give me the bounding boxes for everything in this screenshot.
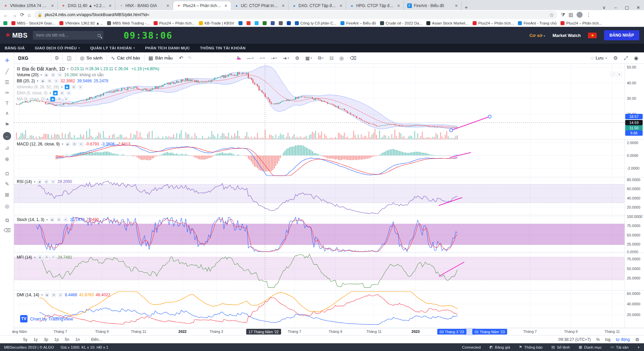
bookmark-item[interactable] [238, 21, 243, 25]
market-watch-link[interactable]: Market Watch [552, 33, 581, 38]
eye-icon[interactable]: ◉ [50, 97, 55, 101]
tab-close-icon[interactable]: ✕ [108, 4, 112, 8]
profile-avatar[interactable] [577, 12, 583, 18]
extend-line-icon[interactable]: ⇢▾ [268, 55, 280, 61]
bookmark-item[interactable]: FireAnt – Biểu đồ [340, 21, 376, 25]
status-item-portfolio[interactable]: ▦Danh mục [579, 345, 602, 349]
browser-tab[interactable]: ✶DXG 11.60 ▲ +2.20%✕ [58, 1, 115, 10]
pane-rsi[interactable] [14, 177, 625, 215]
percent-scale-button[interactable]: % [596, 337, 600, 342]
maximize-pane-icon[interactable]: ⤢ [610, 72, 615, 77]
fullscreen-button[interactable]: ⤢ [622, 52, 630, 64]
snapshot-button[interactable]: ◉ [632, 52, 641, 64]
lock-drawings-icon[interactable]: ⊡ [327, 55, 337, 61]
forward-icon[interactable]: → [12, 12, 17, 18]
pane-separator[interactable] [14, 215, 644, 215]
status-item-order-book[interactable]: ▤Sổ lệnh [551, 345, 570, 349]
home-icon[interactable]: ⌂ [28, 12, 31, 18]
eye-icon[interactable]: ◉ [65, 85, 69, 89]
remove-icon[interactable]: ✕ [54, 79, 59, 83]
pane-separator[interactable] [14, 253, 644, 253]
settings-icon[interactable]: ⚙ [44, 179, 49, 184]
bookmark-item[interactable]: MBS - Stock24 Giao... [11, 21, 55, 25]
bookmark-item[interactable] [3, 21, 7, 25]
legend-collapse-icon[interactable]: ⊟ [17, 67, 20, 71]
symbol-title[interactable]: Địa ốc Đất Xanh, 1D [22, 66, 65, 72]
back-icon[interactable]: ← [3, 12, 8, 18]
nav-item-b-ng-gi-[interactable]: BẢNG GIÁ [5, 46, 25, 50]
tradingview-attribution[interactable]: TVChart by TradingView [20, 315, 73, 322]
eye-icon[interactable]: ◉ [37, 179, 42, 184]
remove-icon[interactable]: ✕ [51, 255, 56, 260]
pane-mfi[interactable] [14, 253, 625, 290]
settings-icon[interactable]: ⚙ [57, 97, 62, 101]
bookmark-item[interactable] [247, 21, 251, 25]
hide-drawings-icon[interactable]: ◎ [336, 55, 346, 61]
remove-icon[interactable]: ✕ [64, 97, 68, 101]
bookmark-item[interactable]: Crude oil - 2022 Da... [380, 21, 422, 25]
side-panel-icon[interactable]: ▥ [569, 12, 573, 18]
delete-drawing-icon[interactable]: ⌫ [347, 55, 360, 61]
eye-icon[interactable]: ◉ [53, 91, 58, 95]
browser-tab[interactable]: ◔HNX - BANG GIA✕ [115, 1, 173, 10]
eye-icon[interactable]: ◉ [44, 73, 49, 77]
login-button[interactable]: ĐĂNG NHẬP [604, 30, 639, 40]
drawing-settings-icon[interactable]: ⚙ [292, 55, 303, 61]
eye-icon[interactable]: ◉ [38, 255, 42, 260]
settings-icon[interactable]: ⚙ [47, 79, 52, 83]
chart-style-button[interactable]: ◫ [63, 52, 75, 64]
browser-tab[interactable]: ✶VNIndex 1054.74 ▼ -0.70%✕ [0, 1, 58, 10]
bookmark-item[interactable]: MBS Web Trading -... [107, 21, 150, 25]
bookmark-item[interactable]: Plus24 – Phân tích... [154, 21, 195, 25]
browser-tab[interactable]: ✶Plus24 – Phân tích kỹ thuật✕ [173, 1, 231, 10]
browser-tab[interactable]: ●IJC: CTCP Phát triển Hạ tầng Kỹ t✕ [231, 1, 288, 10]
compare-button[interactable]: ◎So sánh [76, 52, 107, 64]
settings-icon[interactable]: ⚙ [51, 73, 55, 77]
eye-icon[interactable]: ◉ [45, 293, 49, 297]
line-style-icon[interactable]: —▾ [244, 55, 257, 61]
bookmark-item[interactable]: Asian Stock Market... [426, 21, 469, 25]
symbol-search-input[interactable] [36, 33, 95, 38]
indicator-legend-row[interactable]: EMA (5, close, 0)▾◉⚙✕ [17, 90, 159, 96]
footer-settings-icon[interactable]: ⚙ [635, 337, 639, 342]
bookmark-item[interactable] [279, 21, 283, 25]
tab-close-icon[interactable]: ✕ [281, 4, 285, 8]
settings-icon[interactable]: ⚙ [71, 85, 76, 89]
settings-icon[interactable]: ⚙ [51, 293, 56, 297]
remove-icon[interactable]: ✕ [66, 91, 71, 95]
remove-icon[interactable]: ✕ [79, 142, 84, 146]
dashed-line-icon[interactable]: ╌▾ [257, 55, 268, 61]
settings-icon[interactable]: ⚙ [57, 217, 61, 222]
indicator-legend-row[interactable]: MFI (14)▾◉⚙✕24.7481 [17, 254, 72, 260]
range-button-1p[interactable]: 1p [51, 337, 62, 342]
vietnam-flag-icon[interactable]: ★ [588, 33, 597, 38]
nav-item-th-ng-tin-t-i-kho-n[interactable]: THÔNG TIN TÀI KHOẢN [200, 46, 246, 50]
settings-icon[interactable]: ⚙ [44, 255, 49, 260]
tab-close-icon[interactable]: ✕ [166, 4, 170, 8]
nav-item-qu-n-l-t-i-kho-n[interactable]: QUẢN LÝ TÀI KHOẢN▾ [90, 46, 135, 50]
draw-pencil-icon[interactable]: ✎ [234, 55, 244, 61]
indicator-legend-row[interactable]: Volume (20)▾◉⚙✕19.26Mkhông có sẵn [17, 72, 159, 78]
browser-tab[interactable]: FFireAnt - Biểu đồ✕ [404, 1, 462, 10]
redo-button[interactable]: ↷ [185, 52, 194, 64]
nav-item-ph-n-t-ch-danh-m-c[interactable]: PHÂN TÍCH DANH MỤC [145, 46, 190, 50]
chart-settings-button[interactable]: ⚙ [611, 52, 620, 64]
remove-icon[interactable]: ✕ [51, 179, 55, 184]
extensions-icon[interactable]: ⧩ [561, 12, 565, 18]
bookmark-item[interactable]: Công ty Cổ phần C... [295, 21, 336, 25]
chart-body[interactable]: ⊟Địa ốc Đất Xanh, 1D▾O23.11H26.34L23.11C… [14, 64, 625, 328]
status-item-bell[interactable]: ⚑Thông báo [519, 345, 543, 349]
remove-icon[interactable]: ✕ [57, 73, 62, 77]
indicators-button[interactable]: ∿Các chỉ báo [107, 52, 144, 64]
range-button-5y[interactable]: 5y [20, 337, 31, 342]
symbol-search[interactable] [33, 31, 103, 40]
bookmark-item[interactable] [271, 21, 275, 25]
bookmark-item[interactable]: KB-Trade | KBSV [199, 21, 234, 25]
indicator-legend-row[interactable]: BB (20, 2)▾◉⚙✕32.398239.548625.2479 [17, 78, 159, 84]
maximize-icon[interactable]: ▢ [621, 5, 633, 10]
panel-layout-icon[interactable]: ▦▾ [302, 55, 315, 61]
settings-icon[interactable]: ⚙ [60, 91, 64, 95]
status-item-chart[interactable]: ◩Bảng giá [489, 345, 510, 349]
close-pane-icon[interactable]: ✕ [617, 72, 622, 77]
tab-close-icon[interactable]: ✕ [339, 4, 343, 8]
